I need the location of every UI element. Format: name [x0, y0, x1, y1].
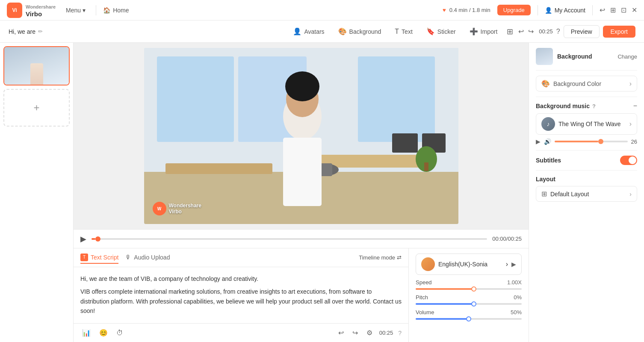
toolbar-help-icon[interactable]: ?: [556, 28, 560, 35]
volume-thumb[interactable]: [466, 316, 471, 321]
music-selector[interactable]: ♪ The Wing Of The Wave ›: [536, 113, 637, 135]
redo-button[interactable]: ↪: [526, 26, 535, 37]
topnav-icons: ↩ ⊞ ⊡ ✕: [600, 6, 637, 14]
toolbar-tools: 👤 Avatars 🎨 Background T Text 🔖 Sticker …: [287, 25, 503, 38]
music-header: Background music ? −: [536, 102, 637, 110]
import-icon: ➕: [470, 27, 478, 35]
video-background: [144, 48, 458, 224]
music-track-icon: ♪: [541, 117, 555, 131]
layout-view-icon[interactable]: ⊞: [507, 27, 513, 36]
preview-button[interactable]: Preview: [564, 25, 600, 38]
main-layout: 1 +: [0, 43, 644, 342]
play-button[interactable]: ▶: [80, 234, 86, 244]
grid-view-icon[interactable]: ⊞: [610, 6, 616, 14]
edit-title-icon[interactable]: ✏: [38, 28, 43, 35]
right-panel: Background Change 🎨 Background Color › B…: [529, 43, 644, 342]
speed-header: Speed 1.00X: [416, 279, 522, 286]
toggle-thumb: [629, 156, 636, 164]
voice-selector[interactable]: English(UK)-Sonia › ▶: [416, 254, 522, 275]
pitch-slider[interactable]: [416, 303, 522, 305]
layout-chevron-icon: ›: [629, 191, 632, 198]
logo: Vi WondershareVirbo: [7, 3, 56, 18]
script-tool-time[interactable]: ⏱: [115, 327, 125, 339]
account-area[interactable]: 👤 My Account: [545, 7, 585, 14]
volume-slider[interactable]: [416, 318, 522, 320]
pitch-header: Pitch 0%: [416, 294, 522, 301]
background-button[interactable]: 🎨 Background: [332, 25, 387, 38]
background-color-row[interactable]: 🎨 Background Color ›: [536, 76, 637, 91]
script-content[interactable]: Hi, we are the team of VIB, a company of…: [74, 267, 408, 323]
script-tabs: T Text Script 🎙 Audio Upload Timeline mo…: [74, 248, 408, 267]
divider-3: [536, 150, 637, 150]
logo-text: WondershareVirbo: [26, 3, 56, 18]
pitch-fill: [416, 303, 474, 305]
script-tool-emoji[interactable]: 😊: [97, 327, 109, 339]
progress-track[interactable]: [92, 238, 487, 240]
music-volume-fill: [555, 141, 598, 142]
music-label: Background music ?: [536, 103, 596, 109]
svg-rect-8: [392, 133, 418, 153]
background-section-title: Background: [557, 53, 613, 60]
svg-rect-15: [283, 138, 322, 206]
music-play-button[interactable]: ▶: [536, 138, 541, 145]
script-tool-chart[interactable]: 📊: [80, 327, 92, 339]
heart-icon: ♥: [443, 7, 446, 13]
undo-button[interactable]: ↩: [517, 26, 526, 37]
pitch-thumb[interactable]: [471, 301, 476, 307]
sticker-button[interactable]: 🔖 Sticker: [420, 25, 462, 38]
divider-1: [536, 70, 637, 71]
speed-slider[interactable]: [416, 288, 522, 290]
home-icon: 🏠: [103, 7, 110, 14]
video-frame: W Wondershare Virbo: [144, 48, 458, 224]
add-slide-button[interactable]: +: [3, 89, 70, 127]
change-background-button[interactable]: Change: [617, 53, 637, 60]
sticker-icon: 🔖: [426, 27, 435, 35]
undo-history-icon[interactable]: ↩: [600, 6, 605, 14]
text-button[interactable]: T Text: [389, 25, 418, 38]
voice-play-button[interactable]: ▶: [511, 261, 516, 268]
bottom-section: T Text Script 🎙 Audio Upload Timeline mo…: [74, 248, 529, 342]
slide-item-1[interactable]: 1: [3, 46, 70, 86]
timeline-mode-button[interactable]: Timeline mode ⇄: [359, 254, 402, 261]
slide-panel: 1 +: [0, 43, 74, 342]
script-redo-button[interactable]: ↪: [351, 327, 360, 339]
speed-thumb[interactable]: [471, 286, 476, 292]
layout-selector[interactable]: ⊞ Default Layout ›: [536, 186, 637, 202]
music-collapse-button[interactable]: −: [633, 102, 637, 110]
voice-expand-icon: ›: [506, 260, 508, 268]
music-volume-thumb[interactable]: [598, 139, 603, 144]
music-section: Background music ? − ♪ The Wing Of The W…: [536, 102, 637, 145]
script-help-icon[interactable]: ?: [398, 330, 402, 336]
background-icon: 🎨: [338, 27, 347, 35]
tab-text-script[interactable]: T Text Script: [80, 252, 118, 264]
audio-upload-icon: 🎙: [125, 254, 131, 261]
menu-button[interactable]: Menu ▾: [62, 5, 89, 15]
slide-thumbnail: [4, 47, 69, 85]
background-section-header: Background Change: [536, 48, 637, 65]
script-duration: 00:25: [379, 330, 393, 336]
import-button[interactable]: ➕ Import: [464, 25, 504, 38]
voice-avatar: [421, 257, 435, 271]
top-navigation: Vi WondershareVirbo Menu ▾ 🏠 Home ♥ 0.4 …: [0, 0, 644, 21]
tab-audio-upload[interactable]: 🎙 Audio Upload: [125, 252, 170, 263]
volume-fill: [416, 318, 469, 320]
subtitles-toggle[interactable]: [620, 156, 637, 165]
music-help-icon[interactable]: ?: [592, 103, 596, 109]
avatars-button[interactable]: 👤 Avatars: [287, 25, 330, 38]
script-toolbar: 📊 😊 ⏱ ↩ ↪ ⚙ 00:25 ?: [74, 323, 408, 342]
music-volume-track[interactable]: [555, 141, 628, 142]
script-tool-settings[interactable]: ⚙: [365, 327, 374, 339]
main-toolbar: Hi, we are ✏ 👤 Avatars 🎨 Background T Te…: [0, 21, 644, 43]
music-volume-value: 26: [631, 139, 637, 145]
time-counter: 00:00/00:25: [492, 236, 522, 242]
bg-thumb-inner: [536, 48, 553, 65]
script-undo-button[interactable]: ↩: [337, 327, 346, 339]
close-icon[interactable]: ✕: [632, 6, 637, 14]
window-icon[interactable]: ⊡: [621, 6, 626, 14]
home-button[interactable]: 🏠 Home: [103, 7, 129, 14]
video-canvas: W Wondershare Virbo: [74, 43, 529, 229]
voice-name: English(UK)-Sonia: [438, 261, 502, 268]
export-button[interactable]: Export: [603, 26, 635, 38]
upgrade-button[interactable]: Upgrade: [497, 5, 531, 15]
progress-thumb[interactable]: [95, 236, 100, 242]
